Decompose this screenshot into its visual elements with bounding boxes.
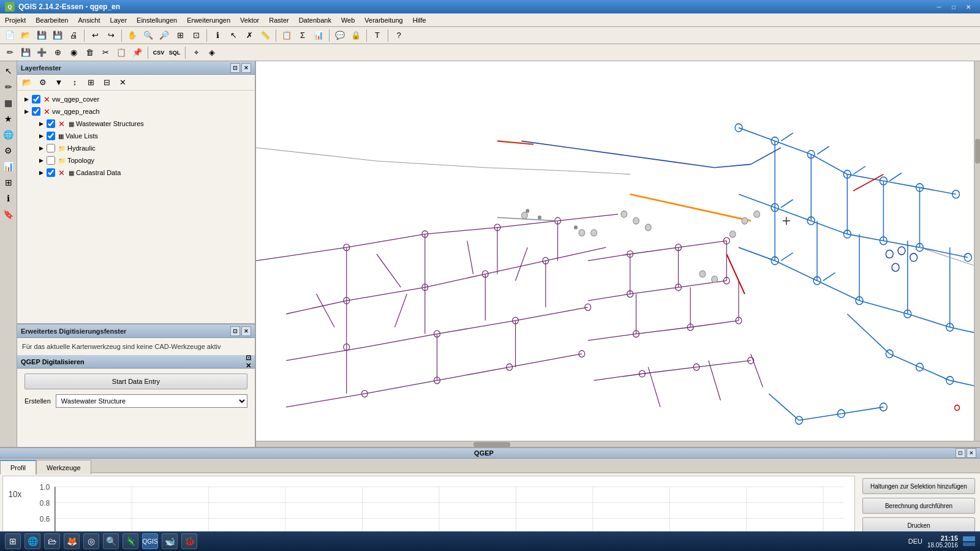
maximize-button[interactable]: □ xyxy=(947,1,960,12)
layer-item-wastewater-structures[interactable]: ▶ ✕ ▦ Wastewater Structures xyxy=(20,118,252,130)
arrow-tool-icon[interactable]: ↖ xyxy=(1,64,16,78)
qgep-dig-close-btn[interactable]: ✕ xyxy=(246,362,251,370)
add-feature-button[interactable]: ➕ xyxy=(34,45,49,60)
copy-button[interactable]: 📋 xyxy=(114,45,129,60)
layer-item-value-lists[interactable]: ▶ ▦ Value Lists xyxy=(20,130,252,142)
db-button[interactable]: SQL xyxy=(167,45,182,60)
menu-web[interactable]: Web xyxy=(336,15,360,25)
undo-button[interactable]: ↩ xyxy=(88,28,102,43)
menu-bearbeiten[interactable]: Bearbeiten xyxy=(31,15,73,25)
select-button[interactable]: ↖ xyxy=(226,28,241,43)
csv-button[interactable]: CSV xyxy=(151,45,166,60)
close-button[interactable]: ✕ xyxy=(962,1,975,12)
layer-check-vw-qgep-reach[interactable] xyxy=(32,107,40,116)
zoom-out-button[interactable]: 🔎 xyxy=(157,28,172,43)
taskbar-search[interactable]: 🔍 xyxy=(103,533,119,549)
lock-button[interactable]: 🔒 xyxy=(349,28,363,43)
menu-einstellungen[interactable]: Einstellungen xyxy=(132,15,182,25)
tab-profil[interactable]: Profil xyxy=(0,460,36,474)
taskbar-ie[interactable]: 🌐 xyxy=(24,533,40,549)
menu-erweiterungen[interactable]: Erweiterungen xyxy=(182,15,235,25)
layer-remove-btn[interactable]: ✕ xyxy=(115,75,130,90)
erstellen-select[interactable]: Wastewater Structure Reach Special Struc… xyxy=(56,394,247,408)
deselect-button[interactable]: ✗ xyxy=(242,28,257,43)
layer-item-topology[interactable]: ▶ 📁 Topology xyxy=(20,154,252,167)
topology-button[interactable]: ◈ xyxy=(205,45,219,60)
pencil-icon[interactable]: ✏ xyxy=(1,80,16,94)
measure-button[interactable]: 📏 xyxy=(258,28,273,43)
grid-icon[interactable]: ⊞ xyxy=(1,175,16,190)
attribute-table-button[interactable]: 📋 xyxy=(279,28,294,43)
minimize-button[interactable]: ─ xyxy=(932,1,946,12)
layer-check-vl[interactable] xyxy=(47,132,55,140)
taskbar-explorer[interactable]: 🗁 xyxy=(44,533,60,549)
network-icon[interactable] xyxy=(963,536,975,541)
paste-button[interactable]: 📌 xyxy=(130,45,145,60)
zoom-in-button[interactable]: 🔍 xyxy=(141,28,156,43)
bookmark-icon[interactable]: 🔖 xyxy=(1,207,16,222)
menu-raster[interactable]: Raster xyxy=(264,15,293,25)
snapping-button[interactable]: ⌖ xyxy=(189,45,203,60)
menu-datenbank[interactable]: Datenbank xyxy=(294,15,336,25)
pan-button[interactable]: ✋ xyxy=(125,28,140,43)
taskbar-whale[interactable]: 🐋 xyxy=(162,533,178,549)
layer-settings-btn[interactable]: ⚙ xyxy=(36,75,50,90)
layer-collapse-btn[interactable]: ⊟ xyxy=(99,75,114,90)
haltungen-button[interactable]: Haltungen zur Selektion hinzufügen xyxy=(862,478,975,494)
zoom-full-button[interactable]: ⊞ xyxy=(173,28,187,43)
qgep-dig-float-btn[interactable]: ⊡ xyxy=(246,354,251,362)
text-button[interactable]: T xyxy=(370,28,385,43)
taskbar-chrome[interactable]: ◎ xyxy=(83,533,99,549)
map-area[interactable] xyxy=(256,61,980,447)
menu-verarbeitung[interactable]: Verarbeitung xyxy=(360,15,407,25)
delete-selected-button[interactable]: 🗑 xyxy=(82,45,97,60)
tab-werkzeuge[interactable]: Werkzeuge xyxy=(36,460,91,474)
move-feature-button[interactable]: ⊕ xyxy=(50,45,65,60)
node-tool-button[interactable]: ◉ xyxy=(66,45,81,60)
layer-check-ws[interactable] xyxy=(47,119,55,128)
menu-hilfe[interactable]: Hilfe xyxy=(408,15,431,25)
filter-icon[interactable]: ⚙ xyxy=(1,143,16,158)
bottom-panel-close-btn[interactable]: ✕ xyxy=(967,448,976,458)
help-button[interactable]: ? xyxy=(391,28,406,43)
menu-vektor[interactable]: Vektor xyxy=(235,15,264,25)
redo-button[interactable]: ↪ xyxy=(104,28,118,43)
menu-ansicht[interactable]: Ansicht xyxy=(73,15,105,25)
taskbar-bug[interactable]: 🐞 xyxy=(181,533,197,549)
annotation-button[interactable]: 💬 xyxy=(333,28,347,43)
info-icon[interactable]: ℹ xyxy=(1,191,16,206)
globe-icon[interactable]: 🌐 xyxy=(1,127,16,142)
map-vertical-scroll-thumb[interactable] xyxy=(975,139,980,163)
taskbar-green-app[interactable]: 🦎 xyxy=(123,533,138,549)
dig-window-float-btn[interactable]: ⊡ xyxy=(230,326,240,336)
start-data-entry-button[interactable]: Start Data Entry xyxy=(24,373,247,389)
layer-check-hyd[interactable] xyxy=(47,144,55,152)
save-as-button[interactable]: 💾 xyxy=(50,28,65,43)
layer-expand-btn[interactable]: ⊞ xyxy=(83,75,98,90)
star-icon[interactable]: ★ xyxy=(1,111,16,126)
menu-projekt[interactable]: Projekt xyxy=(0,15,31,25)
calculator-button[interactable]: 📊 xyxy=(311,28,326,43)
start-button[interactable]: ⊞ xyxy=(5,533,21,549)
toggle-edit-button[interactable]: ✏ xyxy=(2,45,17,60)
layer-item-vw-qgep-reach[interactable]: ▶ ✕ vw_qgep_reach xyxy=(20,105,252,118)
berechnung-button[interactable]: Berechnung durchführen xyxy=(862,498,975,514)
layer-item-hydraulic[interactable]: ▶ 📁 Hydraulic xyxy=(20,142,252,154)
menu-layer[interactable]: Layer xyxy=(105,15,132,25)
open-button[interactable]: 📂 xyxy=(18,28,33,43)
save-edit-button[interactable]: 💾 xyxy=(18,45,33,60)
layer-check-top[interactable] xyxy=(47,156,55,165)
save-button[interactable]: 💾 xyxy=(34,28,49,43)
chart-icon[interactable]: 📊 xyxy=(1,159,16,174)
open-layer-btn[interactable]: 📂 xyxy=(20,75,34,90)
taskbar-qgis[interactable]: QGIS xyxy=(142,533,158,549)
map-horizontal-scrollbar[interactable] xyxy=(256,441,980,447)
taskbar-firefox[interactable]: 🦊 xyxy=(64,533,80,549)
layer-window-float-btn[interactable]: ⊡ xyxy=(230,63,240,73)
layer-check-vw-qgep-cover[interactable] xyxy=(32,95,40,103)
dig-window-close-btn[interactable]: ✕ xyxy=(241,326,251,336)
layer-window-close-btn[interactable]: ✕ xyxy=(241,63,251,73)
zoom-selection-button[interactable]: ⊡ xyxy=(189,28,203,43)
stats-button[interactable]: Σ xyxy=(295,28,310,43)
cut-button[interactable]: ✂ xyxy=(98,45,113,60)
